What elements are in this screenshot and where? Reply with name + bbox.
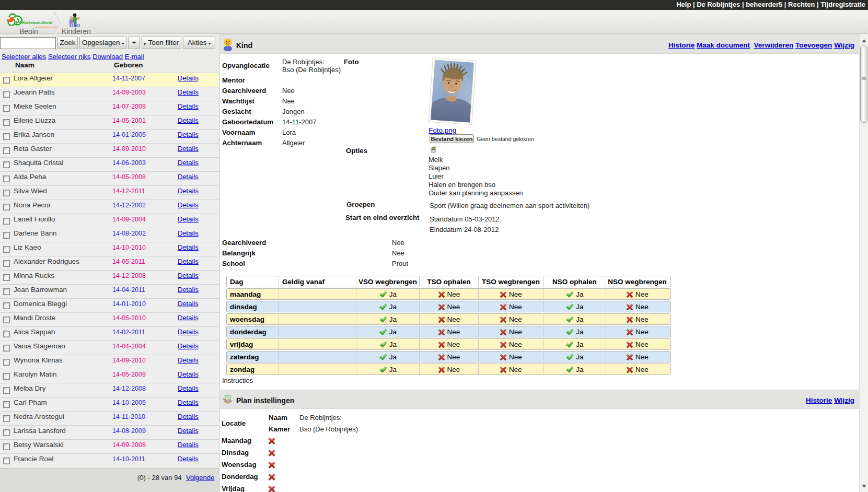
svg-text:Kiekeboe-World: Kiekeboe-World: [22, 20, 53, 25]
